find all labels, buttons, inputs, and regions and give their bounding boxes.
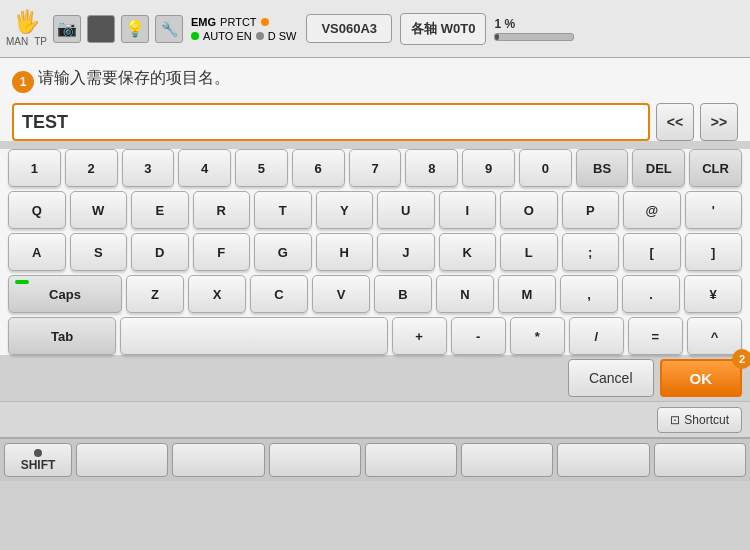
percent-area: 1 % bbox=[494, 17, 744, 41]
key-s[interactable]: S bbox=[70, 233, 128, 271]
key-3[interactable]: 3 bbox=[122, 149, 175, 187]
key-clr[interactable]: CLR bbox=[689, 149, 742, 187]
bottom-bar: SHIFT bbox=[0, 437, 750, 481]
key-k[interactable]: K bbox=[439, 233, 497, 271]
vs-button[interactable]: VS060A3 bbox=[306, 14, 392, 43]
key-2[interactable]: 2 bbox=[65, 149, 118, 187]
key-6[interactable]: 6 bbox=[292, 149, 345, 187]
key-4[interactable]: 4 bbox=[178, 149, 231, 187]
bottom-btn-3[interactable] bbox=[269, 443, 361, 477]
key-yen[interactable]: ¥ bbox=[684, 275, 742, 313]
shortcut-icon: ⊡ bbox=[670, 413, 680, 427]
key-x[interactable]: X bbox=[188, 275, 246, 313]
prompt-text: 请输入需要保存的项目名。 bbox=[38, 68, 230, 89]
key-8[interactable]: 8 bbox=[405, 149, 458, 187]
key-h[interactable]: H bbox=[316, 233, 374, 271]
key-caps[interactable]: Caps bbox=[8, 275, 122, 313]
key-space[interactable] bbox=[120, 317, 387, 355]
status-panel: EMG PRTCT AUTO EN D SW bbox=[191, 16, 296, 42]
kb-row-asdf: A S D F G H J K L ; [ ] bbox=[8, 233, 742, 271]
key-7[interactable]: 7 bbox=[349, 149, 402, 187]
mode-icons: 🖐 MAN TP 📷 💡 🔧 bbox=[6, 9, 183, 48]
key-u[interactable]: U bbox=[377, 191, 435, 229]
auto-en-label: AUTO EN bbox=[203, 30, 252, 42]
stop-icon[interactable] bbox=[87, 15, 115, 43]
key-comma[interactable]: , bbox=[560, 275, 618, 313]
key-slash[interactable]: / bbox=[569, 317, 624, 355]
ok-button[interactable]: OK bbox=[660, 359, 743, 397]
light-icon[interactable]: 💡 bbox=[121, 15, 149, 43]
nav-right-button[interactable]: >> bbox=[700, 103, 738, 141]
key-r[interactable]: R bbox=[193, 191, 251, 229]
nav-left-button[interactable]: << bbox=[656, 103, 694, 141]
key-w[interactable]: W bbox=[70, 191, 128, 229]
key-d[interactable]: D bbox=[131, 233, 189, 271]
shift-dot bbox=[34, 449, 42, 457]
key-m[interactable]: M bbox=[498, 275, 556, 313]
text-input[interactable] bbox=[12, 103, 650, 141]
bottom-btn-6[interactable] bbox=[557, 443, 649, 477]
shortcut-label: Shortcut bbox=[684, 413, 729, 427]
key-5[interactable]: 5 bbox=[235, 149, 288, 187]
d-sw-label: D SW bbox=[268, 30, 297, 42]
bottom-btn-1[interactable] bbox=[76, 443, 168, 477]
key-tab[interactable]: Tab bbox=[8, 317, 116, 355]
hand-icon: 🖐 bbox=[13, 9, 40, 35]
key-bracket-open[interactable]: [ bbox=[623, 233, 681, 271]
key-plus[interactable]: + bbox=[392, 317, 447, 355]
key-y[interactable]: Y bbox=[316, 191, 374, 229]
axis-button[interactable]: 各轴 W0T0 bbox=[400, 13, 486, 45]
key-i[interactable]: I bbox=[439, 191, 497, 229]
key-v[interactable]: V bbox=[312, 275, 370, 313]
ok-wrapper: OK 2 bbox=[660, 359, 743, 397]
d-sw-dot bbox=[256, 32, 264, 40]
prtct-dot bbox=[261, 18, 269, 26]
action-row: Cancel OK 2 bbox=[0, 359, 750, 397]
key-quote[interactable]: ' bbox=[685, 191, 743, 229]
shortcut-button[interactable]: ⊡ Shortcut bbox=[657, 407, 742, 433]
key-9[interactable]: 9 bbox=[462, 149, 515, 187]
bottom-btn-5[interactable] bbox=[461, 443, 553, 477]
top-bar: 🖐 MAN TP 📷 💡 🔧 EMG PRTCT AUTO EN D SW VS… bbox=[0, 0, 750, 58]
key-c[interactable]: C bbox=[250, 275, 308, 313]
shift-button[interactable]: SHIFT bbox=[4, 443, 72, 477]
bottom-btn-7[interactable] bbox=[654, 443, 746, 477]
key-f[interactable]: F bbox=[193, 233, 251, 271]
auto-en-dot bbox=[191, 32, 199, 40]
key-at[interactable]: @ bbox=[623, 191, 681, 229]
emg-label: EMG bbox=[191, 16, 216, 28]
keyboard-area: 1 2 3 4 5 6 7 8 9 0 BS DEL CLR Q W E R T… bbox=[0, 149, 750, 355]
key-minus[interactable]: - bbox=[451, 317, 506, 355]
key-j[interactable]: J bbox=[377, 233, 435, 271]
caps-indicator bbox=[15, 280, 29, 284]
key-semicolon[interactable]: ; bbox=[562, 233, 620, 271]
cancel-button[interactable]: Cancel bbox=[568, 359, 654, 397]
key-1[interactable]: 1 bbox=[8, 149, 61, 187]
bottom-btn-4[interactable] bbox=[365, 443, 457, 477]
key-a[interactable]: A bbox=[8, 233, 66, 271]
key-equals[interactable]: = bbox=[628, 317, 683, 355]
key-z[interactable]: Z bbox=[126, 275, 184, 313]
key-caret[interactable]: ^ bbox=[687, 317, 742, 355]
key-bracket-close[interactable]: ] bbox=[685, 233, 743, 271]
key-l[interactable]: L bbox=[500, 233, 558, 271]
key-p[interactable]: P bbox=[562, 191, 620, 229]
key-q[interactable]: Q bbox=[8, 191, 66, 229]
key-b[interactable]: B bbox=[374, 275, 432, 313]
progress-bar bbox=[494, 33, 574, 41]
key-period[interactable]: . bbox=[622, 275, 680, 313]
key-e[interactable]: E bbox=[131, 191, 189, 229]
kb-row-numbers: 1 2 3 4 5 6 7 8 9 0 BS DEL CLR bbox=[8, 149, 742, 187]
key-o[interactable]: O bbox=[500, 191, 558, 229]
tools-icon[interactable]: 🔧 bbox=[155, 15, 183, 43]
bottom-btn-2[interactable] bbox=[172, 443, 264, 477]
key-t[interactable]: T bbox=[254, 191, 312, 229]
key-del[interactable]: DEL bbox=[632, 149, 685, 187]
key-bs[interactable]: BS bbox=[576, 149, 629, 187]
prtct-label: PRTCT bbox=[220, 16, 256, 28]
key-n[interactable]: N bbox=[436, 275, 494, 313]
key-0[interactable]: 0 bbox=[519, 149, 572, 187]
key-g[interactable]: G bbox=[254, 233, 312, 271]
camera-icon[interactable]: 📷 bbox=[53, 15, 81, 43]
key-asterisk[interactable]: * bbox=[510, 317, 565, 355]
